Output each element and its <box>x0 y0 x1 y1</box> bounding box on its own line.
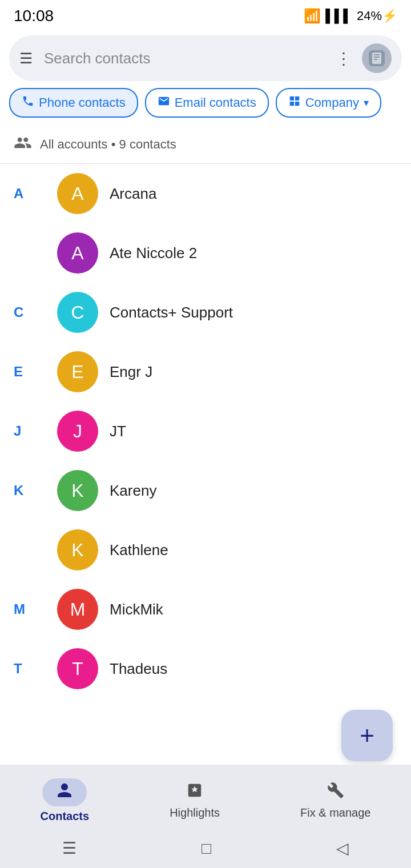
highlights-nav-label: Highlights <box>170 806 220 819</box>
avatar-thadeus: T <box>57 648 98 689</box>
filter-chips: Phone contacts Email contacts Company ▾ <box>0 88 411 126</box>
contacts-nav-icon <box>56 782 73 803</box>
contacts-nav-label: Contacts <box>41 810 90 823</box>
search-placeholder: Search contacts <box>44 50 150 67</box>
chip-email[interactable]: Email contacts <box>145 88 269 118</box>
avatar-jt: J <box>57 411 98 452</box>
phone-chip-icon <box>22 95 34 111</box>
avatar[interactable] <box>362 43 392 73</box>
avatar-mickmik: M <box>57 589 98 630</box>
contact-name-thadeus: Thadeus <box>110 660 167 678</box>
contact-name-engr-j: Engr J <box>110 363 152 381</box>
contact-name-arcana: Arcana <box>110 185 156 203</box>
fab-container: + <box>0 698 411 773</box>
contact-name-kathlene: Kathlene <box>110 541 168 559</box>
status-icons: 📶 ▌▌▌ 24%⚡ <box>304 8 397 24</box>
contact-name-kareny: Kareny <box>110 482 156 500</box>
nav-tabs: Contacts Highlights Fix & manage <box>0 765 411 832</box>
contact-name-ate-niccole: Ate Niccole 2 <box>110 244 197 262</box>
highlights-nav-icon <box>186 782 203 803</box>
table-row[interactable]: K Kathlene <box>0 520 411 580</box>
avatar-ate-niccole: A <box>57 232 98 274</box>
group-letter-e: E <box>14 364 46 380</box>
bottom-nav: Contacts Highlights Fix & manage ☰ □ ◁ <box>0 765 411 868</box>
avatar-arcana: A <box>57 173 98 214</box>
hamburger-icon[interactable]: ☰ <box>19 50 33 67</box>
avatar-contacts-support: C <box>57 292 98 333</box>
status-bar: 10:08 📶 ▌▌▌ 24%⚡ <box>0 0 411 30</box>
contact-name-contacts-support: Contacts+ Support <box>110 304 233 322</box>
system-back-btn[interactable]: ◁ <box>336 839 349 858</box>
avatar-engr-j: E <box>57 351 98 392</box>
contact-list: A A Arcana A Ate Niccole 2 C C Contacts+… <box>0 164 411 698</box>
contact-name-mickmik: MickMik <box>110 601 163 618</box>
table-row[interactable]: J J JT <box>0 401 411 461</box>
group-letter-j: J <box>14 423 46 439</box>
group-letter-t: T <box>14 661 46 677</box>
fix-manage-nav-label: Fix & manage <box>300 806 370 819</box>
chevron-down-icon: ▾ <box>364 97 369 109</box>
table-row[interactable]: E E Engr J <box>0 342 411 401</box>
search-bar-right: ⋮ <box>336 43 392 73</box>
chip-phone[interactable]: Phone contacts <box>9 88 138 118</box>
chip-company[interactable]: Company ▾ <box>276 88 381 118</box>
fix-manage-nav-icon <box>327 782 344 803</box>
account-row: All accounts • 9 contacts <box>0 126 411 163</box>
more-icon[interactable]: ⋮ <box>336 49 352 68</box>
battery-text: 24%⚡ <box>357 9 397 23</box>
system-nav-bar: ☰ □ ◁ <box>0 832 411 868</box>
system-home-btn[interactable]: □ <box>202 839 211 858</box>
contact-name-jt: JT <box>110 423 126 440</box>
wifi-icon: 📶 <box>304 8 321 24</box>
search-bar-left: ☰ Search contacts <box>19 50 327 67</box>
chip-phone-label: Phone contacts <box>39 95 126 110</box>
chip-company-label: Company <box>305 95 359 110</box>
svg-rect-4 <box>374 59 377 60</box>
nav-tab-bg-contacts <box>42 778 87 806</box>
signal-icon: ▌▌▌ <box>325 9 352 23</box>
svg-rect-3 <box>374 57 380 58</box>
table-row[interactable]: C C Contacts+ Support <box>0 283 411 342</box>
avatar-kathlene: K <box>57 529 98 570</box>
accounts-icon <box>14 134 32 155</box>
group-letter-c: C <box>14 304 46 320</box>
table-row[interactable]: A Ate Niccole 2 <box>0 223 411 283</box>
table-row[interactable]: K K Kareny <box>0 461 411 520</box>
table-row[interactable]: M M MickMik <box>0 580 411 639</box>
system-menu-btn[interactable]: ☰ <box>62 839 76 858</box>
search-bar[interactable]: ☰ Search contacts ⋮ <box>9 35 402 81</box>
add-contact-fab[interactable]: + <box>341 710 393 761</box>
nav-tab-highlights[interactable]: Highlights <box>147 777 243 824</box>
email-chip-icon <box>158 95 170 111</box>
chip-email-label: Email contacts <box>175 95 256 110</box>
svg-rect-2 <box>374 54 380 55</box>
group-letter-a: A <box>14 186 46 202</box>
table-row[interactable]: A A Arcana <box>0 164 411 223</box>
table-row[interactable]: T T Thadeus <box>0 639 411 698</box>
avatar-kareny: K <box>57 470 98 511</box>
nav-tab-contacts[interactable]: Contacts <box>18 774 112 827</box>
nav-tab-fix-manage[interactable]: Fix & manage <box>277 777 393 824</box>
group-letter-m: M <box>14 601 46 617</box>
account-text: All accounts • 9 contacts <box>40 137 176 152</box>
company-chip-icon <box>288 95 301 111</box>
group-letter-k: K <box>14 483 46 499</box>
status-time: 10:08 <box>14 7 54 25</box>
